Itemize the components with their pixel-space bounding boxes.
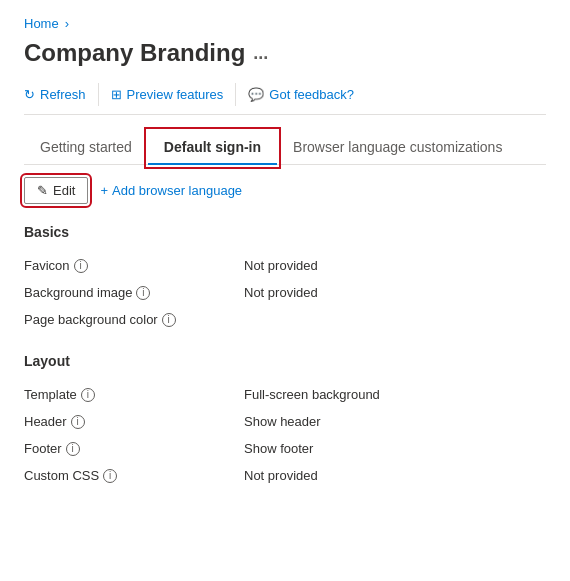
- custom-css-value: Not provided: [244, 468, 318, 483]
- feedback-button[interactable]: 💬 Got feedback?: [236, 83, 366, 106]
- footer-label: Footer i: [24, 441, 244, 456]
- refresh-label: Refresh: [40, 87, 86, 102]
- toolbar: ↻ Refresh ⊞ Preview features 💬 Got feedb…: [24, 83, 546, 115]
- more-options-icon[interactable]: ...: [253, 43, 268, 64]
- page-title: Company Branding: [24, 39, 245, 67]
- table-row: Favicon i Not provided: [24, 252, 546, 279]
- table-row: Template i Full-screen background: [24, 381, 546, 408]
- breadcrumb-home[interactable]: Home: [24, 16, 59, 31]
- header-value: Show header: [244, 414, 321, 429]
- header-label: Header i: [24, 414, 244, 429]
- table-row: Page background color i: [24, 306, 546, 333]
- favicon-label: Favicon i: [24, 258, 244, 273]
- custom-css-label: Custom CSS i: [24, 468, 244, 483]
- background-image-value: Not provided: [244, 285, 318, 300]
- refresh-button[interactable]: ↻ Refresh: [24, 83, 99, 106]
- layout-section: Layout Template i Full-screen background…: [24, 353, 546, 489]
- table-row: Custom CSS i Not provided: [24, 462, 546, 489]
- page-bg-color-info-icon[interactable]: i: [162, 313, 176, 327]
- add-browser-language-button[interactable]: + Add browser language: [88, 178, 254, 203]
- preview-features-button[interactable]: ⊞ Preview features: [99, 83, 237, 106]
- layout-properties: Template i Full-screen background Header…: [24, 381, 546, 489]
- favicon-value: Not provided: [244, 258, 318, 273]
- edit-button[interactable]: ✎ Edit: [24, 177, 88, 204]
- tab-default-sign-in[interactable]: Default sign-in: [148, 131, 277, 165]
- add-browser-label: Add browser language: [112, 183, 242, 198]
- refresh-icon: ↻: [24, 87, 35, 102]
- basics-section: Basics Favicon i Not provided Background…: [24, 224, 546, 333]
- template-label: Template i: [24, 387, 244, 402]
- template-value: Full-screen background: [244, 387, 380, 402]
- preview-label: Preview features: [127, 87, 224, 102]
- tab-browser-language[interactable]: Browser language customizations: [277, 131, 518, 165]
- header-info-icon[interactable]: i: [71, 415, 85, 429]
- background-image-label: Background image i: [24, 285, 244, 300]
- table-row: Header i Show header: [24, 408, 546, 435]
- feedback-label: Got feedback?: [269, 87, 354, 102]
- basics-section-title: Basics: [24, 224, 546, 240]
- page-bg-color-label: Page background color i: [24, 312, 244, 327]
- tab-getting-started[interactable]: Getting started: [24, 131, 148, 165]
- add-icon: +: [100, 183, 108, 198]
- table-row: Footer i Show footer: [24, 435, 546, 462]
- background-image-info-icon[interactable]: i: [136, 286, 150, 300]
- tabs-container: Getting started Default sign-in Browser …: [24, 131, 546, 165]
- breadcrumb-separator: ›: [65, 16, 69, 31]
- footer-info-icon[interactable]: i: [66, 442, 80, 456]
- favicon-info-icon[interactable]: i: [74, 259, 88, 273]
- custom-css-info-icon[interactable]: i: [103, 469, 117, 483]
- edit-label: Edit: [53, 183, 75, 198]
- breadcrumb: Home ›: [24, 16, 546, 31]
- footer-value: Show footer: [244, 441, 313, 456]
- preview-icon: ⊞: [111, 87, 122, 102]
- page-title-container: Company Branding ...: [24, 39, 546, 67]
- basics-properties: Favicon i Not provided Background image …: [24, 252, 546, 333]
- template-info-icon[interactable]: i: [81, 388, 95, 402]
- table-row: Background image i Not provided: [24, 279, 546, 306]
- action-bar: ✎ Edit + Add browser language: [24, 177, 546, 204]
- edit-icon: ✎: [37, 183, 48, 198]
- feedback-icon: 💬: [248, 87, 264, 102]
- layout-section-title: Layout: [24, 353, 546, 369]
